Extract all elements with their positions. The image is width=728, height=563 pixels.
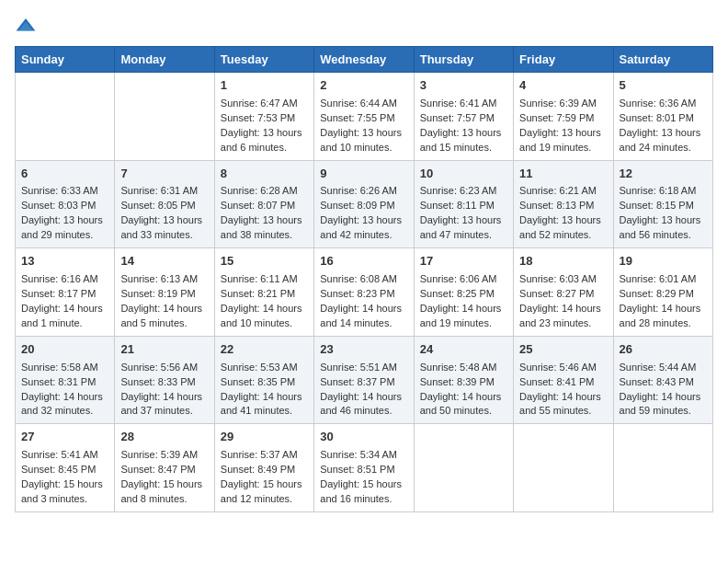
day-info: Sunrise: 6:26 AM [320,184,407,199]
day-info: Daylight: 13 hours and 29 minutes. [21,213,108,243]
header [15,15,713,37]
day-info: Sunrise: 5:53 AM [221,361,308,375]
day-info: Daylight: 15 hours and 8 minutes. [120,477,208,507]
calendar-cell [16,73,115,161]
day-info: Sunrise: 6:13 AM [120,272,208,287]
day-number: 6 [21,166,108,183]
calendar-cell: 14Sunrise: 6:13 AMSunset: 8:19 PMDayligh… [115,248,214,337]
day-number: 3 [420,77,507,95]
day-number: 25 [519,341,607,359]
day-info: Sunset: 7:55 PM [320,111,407,126]
day-info: Daylight: 14 hours and 50 minutes. [420,390,507,419]
day-info: Sunset: 8:25 PM [420,287,507,302]
day-header-friday: Friday [514,47,613,73]
day-info: Sunset: 8:17 PM [21,287,108,302]
day-number: 30 [320,429,407,446]
day-info: Sunset: 8:41 PM [519,375,607,390]
day-number: 26 [620,341,707,359]
calendar-cell: 16Sunrise: 6:08 AMSunset: 8:23 PMDayligh… [314,248,414,337]
week-row-1: 1Sunrise: 6:47 AMSunset: 7:53 PMDaylight… [16,73,713,161]
day-number: 8 [221,166,308,183]
day-number: 12 [620,166,707,183]
day-info: Sunset: 8:45 PM [21,463,108,477]
day-header-thursday: Thursday [414,47,513,73]
calendar-cell: 10Sunrise: 6:23 AMSunset: 8:11 PMDayligh… [414,160,513,248]
day-info: Sunset: 8:35 PM [221,375,308,390]
calendar-cell: 11Sunrise: 6:21 AMSunset: 8:13 PMDayligh… [514,160,613,248]
calendar-cell: 19Sunrise: 6:01 AMSunset: 8:29 PMDayligh… [613,248,712,337]
calendar-cell: 7Sunrise: 6:31 AMSunset: 8:05 PMDaylight… [115,160,214,248]
day-number: 1 [221,77,308,95]
week-row-3: 13Sunrise: 6:16 AMSunset: 8:17 PMDayligh… [16,248,713,337]
day-info: Daylight: 14 hours and 23 minutes. [519,302,607,331]
day-info: Sunrise: 5:48 AM [420,361,507,375]
day-info: Daylight: 13 hours and 10 minutes. [320,126,407,155]
day-info: Sunrise: 6:23 AM [420,184,507,199]
day-info: Sunrise: 5:37 AM [221,448,308,463]
calendar-cell: 4Sunrise: 6:39 AMSunset: 7:59 PMDaylight… [514,73,613,161]
day-info: Daylight: 13 hours and 56 minutes. [620,213,707,243]
day-info: Sunset: 8:21 PM [221,287,308,302]
day-info: Daylight: 13 hours and 33 minutes. [120,213,208,243]
day-header-monday: Monday [115,47,214,73]
day-info: Sunset: 8:49 PM [221,463,308,477]
day-info: Sunset: 7:57 PM [420,111,507,126]
day-info: Daylight: 14 hours and 59 minutes. [620,390,707,419]
calendar-cell: 15Sunrise: 6:11 AMSunset: 8:21 PMDayligh… [214,248,313,337]
week-row-4: 20Sunrise: 5:58 AMSunset: 8:31 PMDayligh… [16,336,713,424]
day-info: Sunrise: 5:34 AM [320,448,407,463]
day-number: 19 [620,253,707,270]
day-number: 10 [420,166,507,183]
day-info: Daylight: 15 hours and 3 minutes. [21,477,108,507]
week-row-5: 27Sunrise: 5:41 AMSunset: 8:45 PMDayligh… [16,424,713,512]
calendar-cell: 12Sunrise: 6:18 AMSunset: 8:15 PMDayligh… [613,160,712,248]
calendar-cell: 8Sunrise: 6:28 AMSunset: 8:07 PMDaylight… [214,160,313,248]
day-number: 21 [120,341,208,359]
day-info: Sunset: 8:23 PM [320,287,407,302]
logo [15,15,40,37]
day-info: Daylight: 14 hours and 46 minutes. [320,390,407,419]
day-info: Daylight: 13 hours and 38 minutes. [221,213,308,243]
day-info: Daylight: 14 hours and 5 minutes. [120,302,208,331]
day-info: Daylight: 13 hours and 47 minutes. [420,213,507,243]
day-info: Sunset: 7:59 PM [519,111,607,126]
calendar-cell: 22Sunrise: 5:53 AMSunset: 8:35 PMDayligh… [214,336,313,424]
day-info: Sunrise: 5:44 AM [620,361,707,375]
calendar-cell: 3Sunrise: 6:41 AMSunset: 7:57 PMDaylight… [414,73,513,161]
calendar-cell: 6Sunrise: 6:33 AMSunset: 8:03 PMDaylight… [16,160,115,248]
calendar-cell: 20Sunrise: 5:58 AMSunset: 8:31 PMDayligh… [16,336,115,424]
calendar-cell: 26Sunrise: 5:44 AMSunset: 8:43 PMDayligh… [613,336,712,424]
day-info: Sunrise: 5:58 AM [21,361,108,375]
day-info: Sunset: 8:05 PM [120,199,208,213]
day-info: Sunset: 8:01 PM [620,111,707,126]
day-info: Sunset: 8:15 PM [620,199,707,213]
day-info: Sunrise: 6:44 AM [320,97,407,111]
day-info: Sunset: 8:09 PM [320,199,407,213]
day-number: 20 [21,341,108,359]
day-info: Sunrise: 6:03 AM [519,272,607,287]
day-info: Sunset: 8:39 PM [420,375,507,390]
day-info: Daylight: 14 hours and 41 minutes. [221,390,308,419]
day-info: Sunset: 8:27 PM [519,287,607,302]
day-info: Sunset: 8:13 PM [519,199,607,213]
calendar-cell: 23Sunrise: 5:51 AMSunset: 8:37 PMDayligh… [314,336,414,424]
day-info: Daylight: 14 hours and 37 minutes. [120,390,208,419]
day-info: Sunrise: 5:56 AM [120,361,208,375]
calendar-cell: 2Sunrise: 6:44 AMSunset: 7:55 PMDaylight… [314,73,414,161]
day-info: Daylight: 14 hours and 19 minutes. [420,302,507,331]
day-info: Sunrise: 5:41 AM [21,448,108,463]
day-info: Daylight: 13 hours and 52 minutes. [519,213,607,243]
week-row-2: 6Sunrise: 6:33 AMSunset: 8:03 PMDaylight… [16,160,713,248]
day-number: 28 [120,429,208,446]
day-number: 29 [221,429,308,446]
day-info: Daylight: 13 hours and 19 minutes. [519,126,607,155]
calendar-cell: 21Sunrise: 5:56 AMSunset: 8:33 PMDayligh… [115,336,214,424]
day-info: Sunrise: 6:21 AM [519,184,607,199]
day-info: Sunrise: 6:39 AM [519,97,607,111]
calendar-cell: 24Sunrise: 5:48 AMSunset: 8:39 PMDayligh… [414,336,513,424]
header-row: SundayMondayTuesdayWednesdayThursdayFrid… [16,47,713,73]
calendar-cell [115,73,214,161]
day-info: Sunset: 7:53 PM [221,111,308,126]
day-header-saturday: Saturday [613,47,712,73]
day-info: Sunrise: 6:31 AM [120,184,208,199]
